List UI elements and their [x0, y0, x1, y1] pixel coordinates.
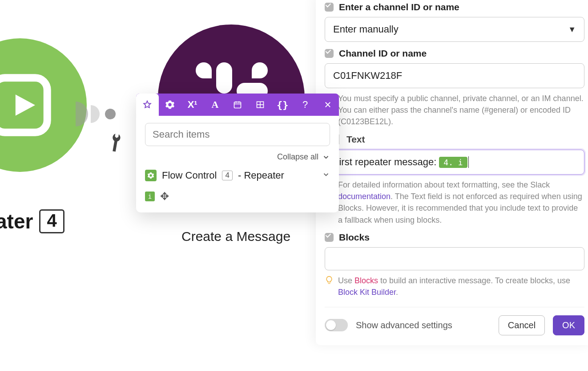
- advanced-settings-label: Show advanced settings: [356, 320, 452, 330]
- tab-favorites[interactable]: [136, 94, 159, 116]
- tab-variables[interactable]: {}: [271, 94, 294, 116]
- channel-id-label: Channel ID or name: [339, 48, 427, 59]
- mapping-variable-i[interactable]: i ✥: [145, 190, 330, 203]
- mapped-variable-pill[interactable]: 4. i: [439, 157, 467, 168]
- svg-marker-1: [16, 94, 35, 116]
- channel-id-input[interactable]: C01FNKW218F: [325, 63, 584, 88]
- module-gear-icon: [145, 170, 157, 181]
- tab-array[interactable]: [249, 94, 271, 116]
- channel-id-hint: You must specify a public channel, priva…: [338, 93, 584, 127]
- gear-icon: [165, 100, 175, 110]
- cancel-button[interactable]: Cancel: [499, 315, 545, 335]
- wrench-icon[interactable]: [103, 130, 128, 155]
- tab-math[interactable]: X¹: [181, 94, 204, 116]
- lightbulb-icon: [325, 276, 334, 285]
- text-field-hint: For detailed information about text form…: [338, 179, 584, 225]
- slack-node-title: Create a Message: [181, 229, 290, 244]
- tab-general[interactable]: [159, 94, 181, 116]
- table-icon: [256, 100, 265, 109]
- close-icon: [324, 101, 332, 109]
- slack-documentation-link[interactable]: documentation: [338, 192, 391, 201]
- help-button[interactable]: ?: [294, 94, 317, 116]
- module-index-badge: 4: [222, 171, 232, 180]
- enter-channel-label: Enter a channel ID or name: [339, 2, 459, 12]
- enter-channel-toggle[interactable]: [325, 3, 334, 12]
- text-field-label: Text: [346, 134, 365, 145]
- tab-text[interactable]: A: [204, 94, 226, 116]
- tab-date[interactable]: [226, 94, 249, 116]
- move-icon: ✥: [160, 190, 169, 203]
- close-button[interactable]: [316, 94, 339, 116]
- blocks-toggle[interactable]: [325, 233, 334, 242]
- advanced-settings-switch[interactable]: [325, 319, 348, 331]
- star-icon: [142, 100, 152, 110]
- calendar-icon: [233, 100, 242, 109]
- blocks-input[interactable]: [325, 247, 584, 270]
- text-input[interactable]: First repeater message: 4. i: [325, 150, 584, 175]
- repeater-icon: [0, 67, 58, 143]
- chevron-down-icon: [322, 171, 330, 179]
- channel-id-toggle[interactable]: [325, 49, 334, 58]
- blocks-hint: Use Blocks to build an interactive messa…: [338, 275, 584, 298]
- ok-button[interactable]: OK: [553, 315, 584, 335]
- blocks-label: Blocks: [339, 232, 370, 243]
- block-kit-builder-link[interactable]: Block Kit Builder: [338, 288, 396, 297]
- variable-i-badge: i: [145, 192, 155, 201]
- mapping-popover: X¹ A {} ? Collapse all Flow Control 4 - …: [136, 94, 339, 212]
- flow-control-node-label: ater 4: [0, 209, 64, 233]
- search-input[interactable]: [145, 123, 330, 146]
- flow-control-count: 4: [39, 209, 64, 233]
- collapse-all-button[interactable]: Collapse all: [145, 152, 330, 162]
- text-cursor: [468, 156, 469, 168]
- flow-control-node[interactable]: [0, 38, 87, 172]
- chevron-down-icon: [322, 153, 330, 161]
- svg-rect-2: [234, 102, 241, 108]
- enter-channel-select[interactable]: Enter manually ▼: [325, 17, 584, 42]
- mapping-module-row[interactable]: Flow Control 4 - Repeater: [145, 167, 330, 184]
- module-settings-panel: Enter a channel ID or name Enter manuall…: [316, 0, 588, 345]
- node-connector: [76, 102, 116, 126]
- mapping-toolbar: X¹ A {} ?: [136, 94, 339, 116]
